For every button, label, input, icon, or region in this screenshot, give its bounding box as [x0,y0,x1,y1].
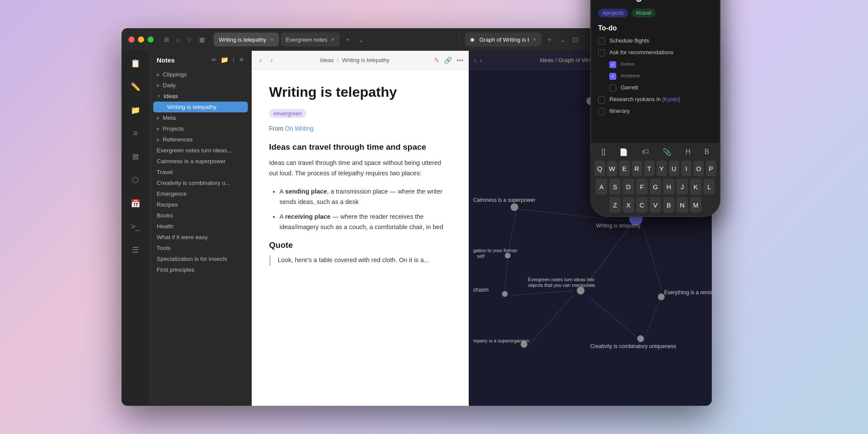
format-heading-btn[interactable]: H [682,146,694,158]
tag-travel[interactable]: #travel [631,9,656,17]
list-item-tools[interactable]: Tools [150,243,251,253]
calendar-icon[interactable]: 📅 [128,196,143,211]
key-v[interactable]: V [650,197,661,213]
key-u[interactable]: U [669,161,679,176]
graph-forward-button[interactable]: › [480,56,482,64]
close-panel-action[interactable]: ✕ [239,56,244,64]
folder-icon[interactable]: 📁 [128,103,143,118]
breadcrumb-parent[interactable]: Ideas [320,57,334,63]
minimize-button[interactable] [138,36,144,43]
sidebar-item-ideas[interactable]: ▼ Ideas [150,91,251,102]
todo-checkbox-ryokans[interactable] [598,96,605,103]
editor-content[interactable]: Writing is telepathy #evergreen From On … [252,70,469,406]
panel-icon[interactable]: ▦ [199,36,205,43]
sort-icon[interactable]: ≡ [131,126,141,141]
todo-item-garrett[interactable]: Garrett [609,84,713,92]
graph-tab-chevron[interactable]: ⌄ [557,34,568,46]
list-item-travel[interactable]: Travel [150,167,251,178]
key-j[interactable]: J [677,179,688,194]
key-e[interactable]: E [619,161,630,176]
key-b[interactable]: B [663,197,674,213]
terminal-icon[interactable]: >_ [128,220,143,234]
todo-checkbox-garrett[interactable] [609,85,616,92]
key-z[interactable]: Z [609,197,621,213]
key-l[interactable]: L [704,179,715,194]
key-d[interactable]: D [623,179,634,194]
node-calmness[interactable] [510,203,518,211]
search-icon[interactable]: ⌕ [176,36,180,43]
key-i[interactable]: I [681,161,692,176]
sidebar-toggle-icon[interactable]: ⊞ [164,36,169,43]
tab-chevron-icon[interactable]: ⌄ [355,34,366,46]
sidebar-item-references[interactable]: ▶ References [150,134,251,145]
list-icon[interactable]: ☰ [129,243,141,257]
todo-checkbox-itinerary[interactable] [598,108,605,115]
todo-item-itinerary[interactable]: Itinerary [598,108,713,115]
key-y[interactable]: Y [657,161,667,176]
format-attach-btn[interactable]: 📎 [659,146,675,158]
key-n[interactable]: N [677,197,688,213]
todo-item-keiko[interactable]: ✓ Keiko [609,61,713,68]
graph-panel-toggle[interactable]: ⊡ [570,34,581,46]
tab-close-icon[interactable]: ✕ [270,37,274,43]
sort-action[interactable]: ↕ [232,56,236,64]
list-item-creativity[interactable]: Creativity is combinatory u... [150,178,251,188]
key-o[interactable]: O [694,161,704,176]
todo-item-recommendations[interactable]: Ask for recommendations [598,49,713,56]
graph-tab-add[interactable]: ＋ [543,33,556,46]
back-button[interactable]: ‹ [257,55,264,66]
todo-checkbox-andrew[interactable]: ✓ [609,73,616,80]
todo-checkbox-keiko[interactable]: ✓ [609,61,616,68]
tab-evergreen-notes[interactable]: Evergreen notes ✕ [281,33,340,46]
close-button[interactable] [128,36,135,43]
list-item-specialization[interactable]: Specialization is for insects [150,253,251,264]
node-creativity[interactable] [637,335,644,342]
list-item-calmness[interactable]: Calmness is a superpower [150,156,251,167]
format-bold-btn[interactable]: B [701,146,713,158]
key-g[interactable]: G [650,179,661,194]
graph-sidebar-icon[interactable]: ⬡ [129,173,141,187]
phone-content[interactable]: 2023 Japan Trip Planning #projects #trav… [591,0,720,143]
list-item-first-principles[interactable]: First principles [150,264,251,275]
todo-item-andrew[interactable]: ✓ Andrew [609,72,713,80]
format-bracket-btn[interactable]: [] [598,146,609,158]
sidebar-item-meta[interactable]: ▶ Meta [150,112,251,123]
tab-close-graph-icon[interactable]: ✕ [533,37,536,43]
tab-writing-telepathy[interactable]: Writing is telepathy ✕ [214,33,279,46]
more-icon[interactable]: ••• [457,56,464,64]
todo-item-flights[interactable]: Schedule flights [598,37,713,45]
key-m[interactable]: M [690,197,701,213]
list-item-emergence[interactable]: Emergence [150,188,251,199]
sidebar-item-daily[interactable]: ▶ Daily [150,80,251,91]
tab-close-icon[interactable]: ✕ [331,37,335,43]
from-link[interactable]: On Writing [285,125,314,132]
forward-button[interactable]: › [268,55,275,66]
node-former-self[interactable] [505,253,510,258]
todo-checkbox-flights[interactable] [598,38,605,45]
graph-back-button[interactable]: ‹ [474,56,476,64]
node-chasm[interactable] [502,291,508,297]
list-item-what-if[interactable]: What if it were easy [150,232,251,243]
list-item-evergreen[interactable]: Evergreen notes turn ideas... [150,145,251,156]
key-x[interactable]: X [623,197,634,213]
notes-icon[interactable]: 📋 [128,56,143,71]
key-q[interactable]: Q [595,161,605,176]
tab-add-button[interactable]: ＋ [342,33,354,46]
edit-icon[interactable]: ✎ [434,56,440,64]
key-k[interactable]: K [690,179,701,194]
key-s[interactable]: S [609,179,621,194]
key-c[interactable]: C [636,197,648,213]
sidebar-item-writing-telepathy[interactable]: Writing is telepathy [153,102,248,112]
format-tag-btn[interactable]: 🏷 [638,146,652,158]
list-item-recipes[interactable]: Recipes [150,199,251,210]
new-note-icon[interactable]: ✏️ [128,79,143,94]
tag-badge[interactable]: #evergreen [269,109,306,118]
key-h[interactable]: H [663,179,674,194]
list-item-health[interactable]: Health [150,221,251,232]
todo-checkbox-recommendations[interactable] [598,49,605,56]
menu-icon[interactable]: ⊠ [130,149,141,164]
node-remix[interactable] [658,293,664,300]
link-icon[interactable]: 🔗 [444,56,452,64]
new-folder-action[interactable]: 📁 [220,56,229,64]
sidebar-item-projects[interactable]: ▶ Projects [150,123,251,134]
